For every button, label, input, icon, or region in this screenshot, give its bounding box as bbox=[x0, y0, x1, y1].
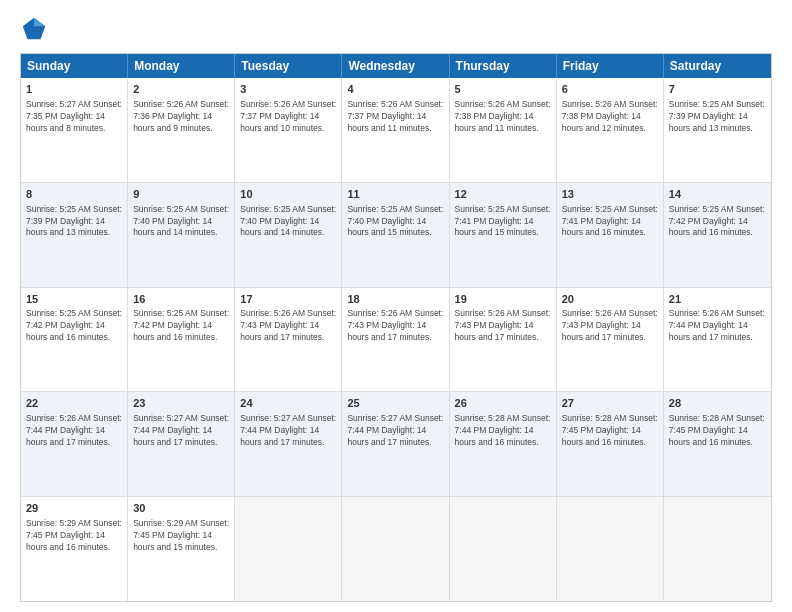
calendar-row: 8Sunrise: 5:25 AM Sunset: 7:39 PM Daylig… bbox=[21, 183, 771, 288]
day-cell-28: 28Sunrise: 5:28 AM Sunset: 7:45 PM Dayli… bbox=[664, 392, 771, 496]
empty-cell bbox=[342, 497, 449, 601]
day-number: 16 bbox=[133, 292, 229, 307]
day-cell-14: 14Sunrise: 5:25 AM Sunset: 7:42 PM Dayli… bbox=[664, 183, 771, 287]
header-cell-saturday: Saturday bbox=[664, 54, 771, 78]
day-number: 3 bbox=[240, 82, 336, 97]
day-cell-13: 13Sunrise: 5:25 AM Sunset: 7:41 PM Dayli… bbox=[557, 183, 664, 287]
day-cell-8: 8Sunrise: 5:25 AM Sunset: 7:39 PM Daylig… bbox=[21, 183, 128, 287]
day-number: 10 bbox=[240, 187, 336, 202]
day-number: 28 bbox=[669, 396, 766, 411]
day-info: Sunrise: 5:26 AM Sunset: 7:44 PM Dayligh… bbox=[669, 308, 766, 344]
day-cell-25: 25Sunrise: 5:27 AM Sunset: 7:44 PM Dayli… bbox=[342, 392, 449, 496]
day-cell-20: 20Sunrise: 5:26 AM Sunset: 7:43 PM Dayli… bbox=[557, 288, 664, 392]
logo-icon bbox=[20, 15, 48, 43]
day-number: 15 bbox=[26, 292, 122, 307]
day-info: Sunrise: 5:26 AM Sunset: 7:43 PM Dayligh… bbox=[347, 308, 443, 344]
day-cell-27: 27Sunrise: 5:28 AM Sunset: 7:45 PM Dayli… bbox=[557, 392, 664, 496]
day-info: Sunrise: 5:27 AM Sunset: 7:44 PM Dayligh… bbox=[133, 413, 229, 449]
header-cell-wednesday: Wednesday bbox=[342, 54, 449, 78]
calendar-row: 15Sunrise: 5:25 AM Sunset: 7:42 PM Dayli… bbox=[21, 288, 771, 393]
day-number: 1 bbox=[26, 82, 122, 97]
day-number: 4 bbox=[347, 82, 443, 97]
day-cell-18: 18Sunrise: 5:26 AM Sunset: 7:43 PM Dayli… bbox=[342, 288, 449, 392]
day-info: Sunrise: 5:25 AM Sunset: 7:41 PM Dayligh… bbox=[562, 204, 658, 240]
day-number: 20 bbox=[562, 292, 658, 307]
day-info: Sunrise: 5:27 AM Sunset: 7:44 PM Dayligh… bbox=[347, 413, 443, 449]
day-number: 2 bbox=[133, 82, 229, 97]
day-number: 22 bbox=[26, 396, 122, 411]
day-cell-30: 30Sunrise: 5:29 AM Sunset: 7:45 PM Dayli… bbox=[128, 497, 235, 601]
day-info: Sunrise: 5:26 AM Sunset: 7:44 PM Dayligh… bbox=[26, 413, 122, 449]
day-cell-17: 17Sunrise: 5:26 AM Sunset: 7:43 PM Dayli… bbox=[235, 288, 342, 392]
day-cell-22: 22Sunrise: 5:26 AM Sunset: 7:44 PM Dayli… bbox=[21, 392, 128, 496]
day-info: Sunrise: 5:28 AM Sunset: 7:45 PM Dayligh… bbox=[562, 413, 658, 449]
day-cell-9: 9Sunrise: 5:25 AM Sunset: 7:40 PM Daylig… bbox=[128, 183, 235, 287]
calendar-row: 1Sunrise: 5:27 AM Sunset: 7:35 PM Daylig… bbox=[21, 78, 771, 183]
day-info: Sunrise: 5:26 AM Sunset: 7:37 PM Dayligh… bbox=[347, 99, 443, 135]
calendar: SundayMondayTuesdayWednesdayThursdayFrid… bbox=[20, 53, 772, 602]
day-number: 9 bbox=[133, 187, 229, 202]
day-info: Sunrise: 5:25 AM Sunset: 7:40 PM Dayligh… bbox=[347, 204, 443, 240]
day-info: Sunrise: 5:26 AM Sunset: 7:36 PM Dayligh… bbox=[133, 99, 229, 135]
calendar-body: 1Sunrise: 5:27 AM Sunset: 7:35 PM Daylig… bbox=[21, 78, 771, 601]
day-info: Sunrise: 5:27 AM Sunset: 7:35 PM Dayligh… bbox=[26, 99, 122, 135]
day-number: 18 bbox=[347, 292, 443, 307]
day-info: Sunrise: 5:26 AM Sunset: 7:38 PM Dayligh… bbox=[455, 99, 551, 135]
empty-cell bbox=[235, 497, 342, 601]
day-number: 17 bbox=[240, 292, 336, 307]
day-number: 19 bbox=[455, 292, 551, 307]
calendar-header: SundayMondayTuesdayWednesdayThursdayFrid… bbox=[21, 54, 771, 78]
day-info: Sunrise: 5:26 AM Sunset: 7:43 PM Dayligh… bbox=[240, 308, 336, 344]
logo bbox=[20, 15, 52, 43]
day-number: 11 bbox=[347, 187, 443, 202]
day-number: 27 bbox=[562, 396, 658, 411]
day-info: Sunrise: 5:27 AM Sunset: 7:44 PM Dayligh… bbox=[240, 413, 336, 449]
day-cell-5: 5Sunrise: 5:26 AM Sunset: 7:38 PM Daylig… bbox=[450, 78, 557, 182]
day-info: Sunrise: 5:29 AM Sunset: 7:45 PM Dayligh… bbox=[133, 518, 229, 554]
day-cell-29: 29Sunrise: 5:29 AM Sunset: 7:45 PM Dayli… bbox=[21, 497, 128, 601]
day-info: Sunrise: 5:28 AM Sunset: 7:45 PM Dayligh… bbox=[669, 413, 766, 449]
day-number: 21 bbox=[669, 292, 766, 307]
day-cell-7: 7Sunrise: 5:25 AM Sunset: 7:39 PM Daylig… bbox=[664, 78, 771, 182]
day-info: Sunrise: 5:25 AM Sunset: 7:41 PM Dayligh… bbox=[455, 204, 551, 240]
page: SundayMondayTuesdayWednesdayThursdayFrid… bbox=[0, 0, 792, 612]
header-cell-friday: Friday bbox=[557, 54, 664, 78]
day-number: 25 bbox=[347, 396, 443, 411]
empty-cell bbox=[450, 497, 557, 601]
day-number: 23 bbox=[133, 396, 229, 411]
day-number: 29 bbox=[26, 501, 122, 516]
day-number: 8 bbox=[26, 187, 122, 202]
day-cell-23: 23Sunrise: 5:27 AM Sunset: 7:44 PM Dayli… bbox=[128, 392, 235, 496]
day-cell-6: 6Sunrise: 5:26 AM Sunset: 7:38 PM Daylig… bbox=[557, 78, 664, 182]
day-cell-3: 3Sunrise: 5:26 AM Sunset: 7:37 PM Daylig… bbox=[235, 78, 342, 182]
day-cell-4: 4Sunrise: 5:26 AM Sunset: 7:37 PM Daylig… bbox=[342, 78, 449, 182]
day-number: 24 bbox=[240, 396, 336, 411]
day-cell-1: 1Sunrise: 5:27 AM Sunset: 7:35 PM Daylig… bbox=[21, 78, 128, 182]
header bbox=[20, 15, 772, 43]
day-cell-11: 11Sunrise: 5:25 AM Sunset: 7:40 PM Dayli… bbox=[342, 183, 449, 287]
day-cell-15: 15Sunrise: 5:25 AM Sunset: 7:42 PM Dayli… bbox=[21, 288, 128, 392]
day-info: Sunrise: 5:25 AM Sunset: 7:42 PM Dayligh… bbox=[669, 204, 766, 240]
empty-cell bbox=[557, 497, 664, 601]
day-info: Sunrise: 5:28 AM Sunset: 7:44 PM Dayligh… bbox=[455, 413, 551, 449]
day-info: Sunrise: 5:25 AM Sunset: 7:39 PM Dayligh… bbox=[669, 99, 766, 135]
day-info: Sunrise: 5:25 AM Sunset: 7:40 PM Dayligh… bbox=[240, 204, 336, 240]
day-cell-26: 26Sunrise: 5:28 AM Sunset: 7:44 PM Dayli… bbox=[450, 392, 557, 496]
calendar-row: 22Sunrise: 5:26 AM Sunset: 7:44 PM Dayli… bbox=[21, 392, 771, 497]
day-info: Sunrise: 5:26 AM Sunset: 7:43 PM Dayligh… bbox=[562, 308, 658, 344]
day-cell-2: 2Sunrise: 5:26 AM Sunset: 7:36 PM Daylig… bbox=[128, 78, 235, 182]
day-number: 5 bbox=[455, 82, 551, 97]
day-info: Sunrise: 5:26 AM Sunset: 7:38 PM Dayligh… bbox=[562, 99, 658, 135]
day-cell-16: 16Sunrise: 5:25 AM Sunset: 7:42 PM Dayli… bbox=[128, 288, 235, 392]
day-number: 6 bbox=[562, 82, 658, 97]
day-info: Sunrise: 5:26 AM Sunset: 7:37 PM Dayligh… bbox=[240, 99, 336, 135]
day-number: 26 bbox=[455, 396, 551, 411]
day-number: 14 bbox=[669, 187, 766, 202]
header-cell-thursday: Thursday bbox=[450, 54, 557, 78]
day-info: Sunrise: 5:29 AM Sunset: 7:45 PM Dayligh… bbox=[26, 518, 122, 554]
day-cell-24: 24Sunrise: 5:27 AM Sunset: 7:44 PM Dayli… bbox=[235, 392, 342, 496]
header-cell-monday: Monday bbox=[128, 54, 235, 78]
header-cell-tuesday: Tuesday bbox=[235, 54, 342, 78]
day-number: 13 bbox=[562, 187, 658, 202]
day-number: 30 bbox=[133, 501, 229, 516]
